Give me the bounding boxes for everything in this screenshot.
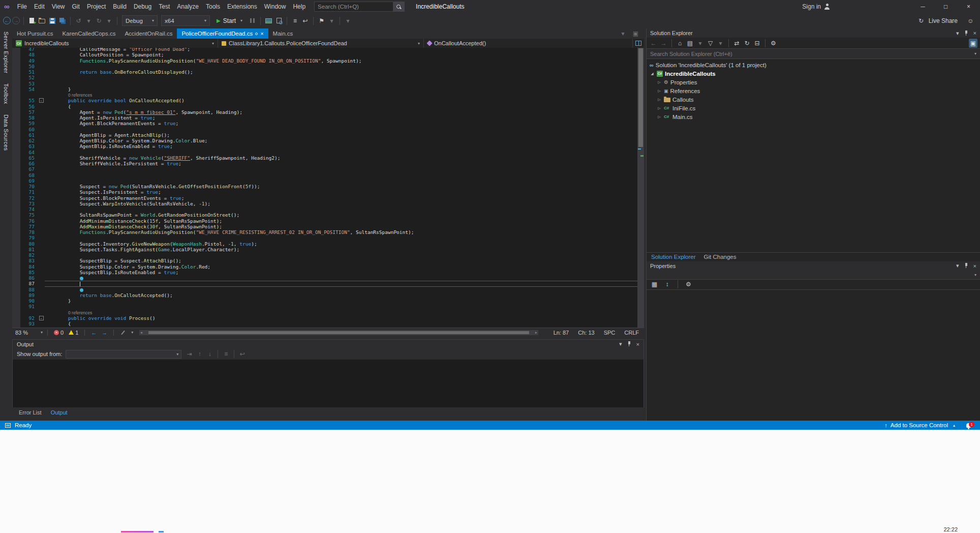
property-pages-icon[interactable]: ⚙ (684, 280, 693, 289)
menu-tools[interactable]: Tools (202, 1, 224, 12)
background-tasks-icon[interactable] (5, 423, 11, 428)
scrollbar-thumb[interactable] (638, 48, 643, 147)
pin-icon[interactable] (964, 31, 969, 36)
redo-icon[interactable]: ↻ (95, 16, 103, 25)
menu-test[interactable]: Test (155, 1, 173, 12)
split-window-icon[interactable] (635, 41, 641, 46)
code-line-90[interactable]: 90 } (20, 298, 637, 304)
properties-icon[interactable]: ⚙ (769, 39, 778, 48)
tab-list-icon[interactable]: ▾ (619, 29, 627, 38)
tree-item-incrediblecallouts[interactable]: ◢C#IncredibleCallouts (647, 69, 980, 78)
chevron-expanded-icon[interactable]: ◢ (650, 72, 655, 76)
collapse-region-icon[interactable]: - (39, 316, 44, 320)
menu-extensions[interactable]: Extensions (224, 1, 261, 12)
code-line-80[interactable]: 80 Suspect.Inventory.GiveNewWeapon(Weapo… (20, 241, 637, 247)
window-position-icon[interactable]: ▾ (956, 262, 959, 269)
code-line-82[interactable]: 82 (20, 252, 637, 258)
code-line-77[interactable]: 77 AddMaximumDistanceCheck(30f, SultanRs… (20, 224, 637, 229)
undo-icon[interactable]: ↺ (74, 16, 83, 25)
refresh-icon[interactable]: ↻ (743, 39, 751, 48)
pause-icon[interactable] (248, 16, 257, 25)
dd-icon[interactable]: ▾ (327, 16, 336, 25)
preview-selected-items-icon[interactable]: ▣ (969, 39, 977, 48)
window-position-icon[interactable]: ▾ (956, 30, 959, 37)
code-line-64[interactable]: 64 (20, 150, 637, 155)
code-line-68[interactable]: 68 (20, 172, 637, 178)
code-line-48[interactable]: 48 CalloutPosition = Spawnpoint; (20, 52, 637, 57)
tree-item-inifile-cs[interactable]: ▷C#IniFile.cs (647, 104, 980, 112)
open-file-icon[interactable] (38, 16, 46, 25)
code-line-lens[interactable]: 0 references (20, 92, 637, 98)
code-line-67[interactable]: 67 (20, 166, 637, 172)
live-share-button[interactable]: ↻ Live Share (917, 16, 958, 25)
close-icon[interactable]: × (260, 31, 263, 37)
bottom-tab-error-list[interactable]: Error List (15, 408, 45, 417)
menu-git[interactable]: Git (69, 1, 83, 12)
code-line-72[interactable]: 72 Suspect.BlockPermanentEvents = true; (20, 195, 637, 201)
code-line-78[interactable]: 78 Functions.PlayScannerAudioUsingPositi… (20, 229, 637, 235)
code-line-53[interactable]: 53 (20, 81, 637, 86)
bottom-tab-output[interactable]: Output (47, 408, 71, 417)
warning-count[interactable]: 1 (69, 330, 78, 336)
add-to-source-control-button[interactable]: ↑ Add to Source Control ▴ (884, 422, 955, 428)
code-line-61[interactable]: 61 AgentBlip = Agent.AttachBlip(); (20, 132, 637, 138)
save-icon[interactable] (48, 16, 56, 25)
tab-main-cs[interactable]: Main.cs (268, 28, 298, 39)
clear-all-icon[interactable]: ≡ (222, 349, 230, 359)
menu-file[interactable]: File (14, 1, 30, 12)
code-line-70[interactable]: 70 Suspect = new Ped(SultanRsVehicle.Get… (20, 184, 637, 189)
collapse-all-icon[interactable]: ⊟ (753, 39, 761, 48)
space-mode-indicator[interactable]: SPC (604, 330, 616, 336)
tab-accidentonrail-cs[interactable]: AccidentOnRail.cs (120, 28, 177, 39)
chevron-collapsed-icon[interactable]: ▷ (657, 89, 662, 93)
code-line-73[interactable]: 73 Suspect.WarpIntoVehicle(SultanRsVehic… (20, 201, 637, 206)
output-source-dropdown[interactable]: ▾ (66, 350, 181, 359)
close-icon[interactable]: × (973, 30, 976, 36)
forward-icon[interactable]: → (659, 39, 668, 48)
pin-icon[interactable] (627, 341, 632, 347)
code-line-71[interactable]: 71 Suspect.IsPersistent = true; (20, 189, 637, 195)
notifications-button[interactable]: 1 (966, 423, 971, 428)
close-icon[interactable]: × (973, 263, 976, 269)
code-line-79[interactable]: 79 (20, 235, 637, 241)
sync-icon[interactable]: ⇄ (732, 39, 741, 48)
member-dropdown[interactable]: OnCalloutAccepted() (424, 39, 633, 48)
code-line-92[interactable]: 92- public override void Process() (20, 315, 637, 321)
menu-view[interactable]: View (48, 1, 69, 12)
line-ending-indicator[interactable]: CRLF (624, 330, 639, 336)
prev-message-icon[interactable]: ↑ (195, 349, 204, 359)
code-line-49[interactable]: 49 Functions.PlayScannerAudioUsingPositi… (20, 58, 637, 64)
code-line-58[interactable]: 58 Agent.IsPersistent = true; (20, 115, 637, 121)
code-line-lens[interactable]: 0 references (20, 310, 637, 315)
tree-item-references[interactable]: ▷▣References (647, 86, 980, 95)
overflow-icon[interactable]: ▾ (344, 16, 352, 25)
code-line-91[interactable]: 91 (20, 304, 637, 309)
code-line-52[interactable]: 52 (20, 75, 637, 80)
code-line-93[interactable]: 93 { (20, 321, 637, 327)
scrollbar-thumb[interactable] (148, 331, 529, 334)
back-icon[interactable]: ← (3, 17, 11, 24)
new-file-icon[interactable] (27, 16, 36, 25)
code-line-75[interactable]: 75 SultanRsSpawnPoint = World.GetRandomP… (20, 212, 637, 218)
dd-icon[interactable]: ▾ (105, 16, 113, 25)
properties-header[interactable]: Properties ▾ × (647, 261, 980, 271)
word-wrap-icon[interactable]: ↩ (238, 349, 247, 359)
code-line-55[interactable]: 55- public override bool OnCalloutAccept… (20, 98, 637, 103)
tab-karencalledcops-cs[interactable]: KarenCalledCops.cs (58, 28, 120, 39)
formatting-icon[interactable] (118, 328, 127, 337)
properties-object-dropdown[interactable]: ▾ (647, 271, 980, 280)
categorized-icon[interactable]: ▦ (650, 280, 659, 289)
start-debugging-button[interactable]: ▶ Start ▾ (212, 15, 247, 26)
codelens-references[interactable]: 0 references (68, 310, 92, 315)
error-count[interactable]: × 0 (54, 330, 64, 336)
code-line-63[interactable]: 63 AgentBlip.IsRouteEnabled = true; (20, 143, 637, 149)
scroll-left-icon[interactable]: ◂ (139, 331, 143, 335)
code-line-88[interactable]: 88 (20, 287, 637, 292)
vertical-scrollbar[interactable] (637, 48, 644, 328)
dd-icon[interactable]: ▾ (696, 39, 705, 48)
save-all-icon[interactable] (58, 16, 67, 25)
window-position-icon[interactable]: ▾ (619, 341, 622, 347)
code-line-62[interactable]: 62 AgentBlip.Color = System.Drawing.Colo… (20, 138, 637, 143)
output-content[interactable] (13, 360, 644, 407)
tree-item-callouts[interactable]: ▷Callouts (647, 95, 980, 104)
